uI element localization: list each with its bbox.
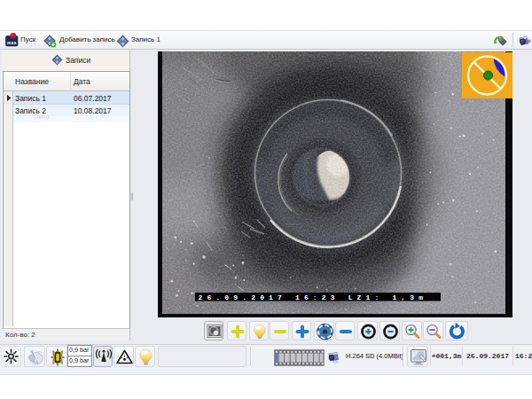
- svg-text:26.09.2017 16:23 LZ1: 1,3m: 26.09.2017 16:23 LZ1: 1,3m: [199, 293, 428, 301]
- svg-text:IKAS: IKAS: [7, 41, 17, 45]
